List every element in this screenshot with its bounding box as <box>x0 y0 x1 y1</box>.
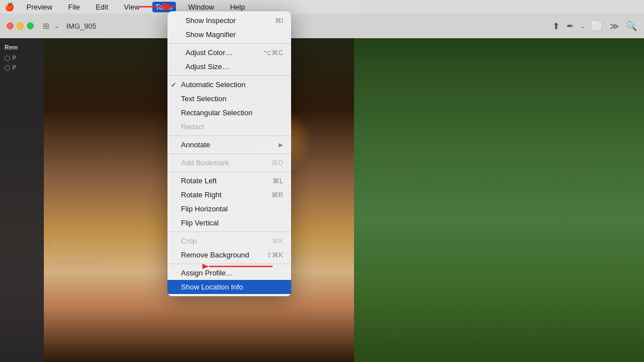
text-line-2: moon and <box>52 253 101 269</box>
menu-item-adjust-color[interactable]: Adjust Color… ⌥⌘C <box>167 46 291 60</box>
menu-item-flip-horizontal[interactable]: Flip Horizontal <box>167 202 291 216</box>
label-show-inspector: Show Inspector <box>185 16 273 25</box>
menu-item-rotate-left[interactable]: Rotate Left ⌘L <box>167 174 291 188</box>
menu-view[interactable]: View <box>121 2 143 12</box>
tools-dropdown-menu: Show Inspector ⌘I Show Magnifier Adjust … <box>167 11 291 296</box>
menu-bar: 🍎 Preview File Edit View Tools Window He… <box>0 0 644 13</box>
label-crop: Crop <box>181 237 270 245</box>
shortcut-rotate-right: ⌘R <box>271 191 283 199</box>
shortcut-show-inspector: ⌘I <box>275 17 283 25</box>
menu-item-redact: Redact <box>167 120 291 134</box>
menu-edit[interactable]: Edit <box>92 2 111 12</box>
menu-item-assign-profile[interactable]: Assign Profile… <box>167 266 291 280</box>
menu-item-crop: Crop ⌘K <box>167 234 291 248</box>
sep-7 <box>167 264 291 264</box>
crop-icon[interactable]: ⬜ <box>592 21 603 31</box>
shortcut-adjust-color: ⌥⌘C <box>264 49 283 57</box>
menu-item-show-inspector[interactable]: Show Inspector ⌘I <box>167 13 291 28</box>
menu-item-show-magnifier[interactable]: Show Magnifier <box>167 28 291 42</box>
label-show-location-info: Show Location Info <box>181 283 283 291</box>
share-icon[interactable]: ⬆ <box>552 21 560 31</box>
sep-5 <box>167 171 291 172</box>
sidebar-item-2: P <box>4 65 39 71</box>
menu-item-flip-vertical[interactable]: Flip Vertical <box>167 216 291 230</box>
menu-item-adjust-size[interactable]: Adjust Size… <box>167 60 291 74</box>
maximize-button[interactable] <box>27 22 34 29</box>
view-toggle-icon[interactable]: ⊞ <box>43 21 49 30</box>
main-content: To the moon and <box>45 38 644 362</box>
text-panel: To the moon and <box>45 233 107 274</box>
menu-help[interactable]: Help <box>226 2 248 12</box>
label-adjust-color: Adjust Color… <box>185 48 261 57</box>
menu-file[interactable]: File <box>65 2 83 12</box>
shortcut-add-bookmark: ⌘D <box>271 159 283 167</box>
menu-preview[interactable]: Preview <box>23 2 56 12</box>
sep-6 <box>167 232 291 232</box>
shortcut-crop: ⌘K <box>272 237 283 245</box>
search-icon[interactable]: 🔍 <box>626 21 637 31</box>
label-remove-background: Remove Background <box>181 251 264 259</box>
label-flip-horizontal: Flip Horizontal <box>181 205 283 213</box>
close-button[interactable] <box>7 22 13 29</box>
menu-tools[interactable]: Tools <box>152 2 176 12</box>
label-assign-profile: Assign Profile… <box>181 269 283 277</box>
text-line-1: To the <box>52 237 101 254</box>
menu-item-rotate-right[interactable]: Rotate Right ⌘R <box>167 188 291 202</box>
menu-item-annotate[interactable]: Annotate ▶ <box>167 138 291 152</box>
sep-4 <box>167 153 291 154</box>
toolbar-icons: ⬆ ✒ ⌄ ⬜ ≫ 🔍 <box>552 21 637 31</box>
arrow-annotate: ▶ <box>279 142 283 148</box>
traffic-lights <box>7 22 34 29</box>
sep-3 <box>167 135 291 136</box>
menu-item-text-selection[interactable]: Text Selection <box>167 92 291 106</box>
sidebar: Rem P P <box>0 38 44 362</box>
markup-chevron[interactable]: ⌄ <box>580 23 585 29</box>
menu-item-show-location-info[interactable]: Show Location Info <box>167 280 291 294</box>
label-rectangular-selection: Rectangular Selection <box>181 108 283 117</box>
sidebar-item-1-label: P <box>12 55 16 61</box>
check-automatic-selection: ✓ <box>171 81 179 89</box>
more-icon[interactable]: ≫ <box>610 21 619 31</box>
label-automatic-selection: Automatic Selection <box>181 80 283 89</box>
label-flip-vertical: Flip Vertical <box>181 219 283 227</box>
label-show-magnifier: Show Magnifier <box>185 30 281 39</box>
minimize-button[interactable] <box>17 22 24 29</box>
shortcut-rotate-left: ⌘L <box>273 177 283 185</box>
sidebar-item-1: P <box>4 55 39 61</box>
view-toggle-chevron[interactable]: ⌄ <box>54 22 60 30</box>
label-rotate-right: Rotate Right <box>181 191 269 199</box>
menu-window[interactable]: Window <box>185 2 217 12</box>
sep-2 <box>167 75 291 76</box>
shortcut-remove-background: ⇧⌘K <box>266 251 283 259</box>
label-adjust-size: Adjust Size… <box>185 62 281 71</box>
label-redact: Redact <box>181 123 283 131</box>
label-annotate: Annotate <box>181 141 276 149</box>
menu-item-remove-background[interactable]: Remove Background ⇧⌘K <box>167 248 291 262</box>
label-add-bookmark: Add Bookmark <box>181 159 269 167</box>
menu-item-rectangular-selection[interactable]: Rectangular Selection <box>167 106 291 120</box>
sidebar-item-2-label: P <box>12 65 16 71</box>
radio-1[interactable] <box>4 56 10 61</box>
sidebar-remove-bg-title: Rem <box>4 44 39 51</box>
label-text-selection: Text Selection <box>181 94 283 103</box>
filename-label: IMG_905 <box>66 22 96 30</box>
menu-item-add-bookmark: Add Bookmark ⌘D <box>167 156 291 170</box>
menu-item-automatic-selection[interactable]: ✓ Automatic Selection <box>167 78 291 92</box>
radio-2[interactable] <box>4 65 10 71</box>
sep-1 <box>167 43 291 44</box>
markup-icon[interactable]: ✒ <box>566 21 574 31</box>
label-rotate-left: Rotate Left <box>181 177 270 185</box>
title-bar: ⊞ ⌄ IMG_905 ⬆ ✒ ⌄ ⬜ ≫ 🔍 <box>0 13 644 38</box>
apple-menu[interactable]: 🍎 <box>4 2 14 11</box>
